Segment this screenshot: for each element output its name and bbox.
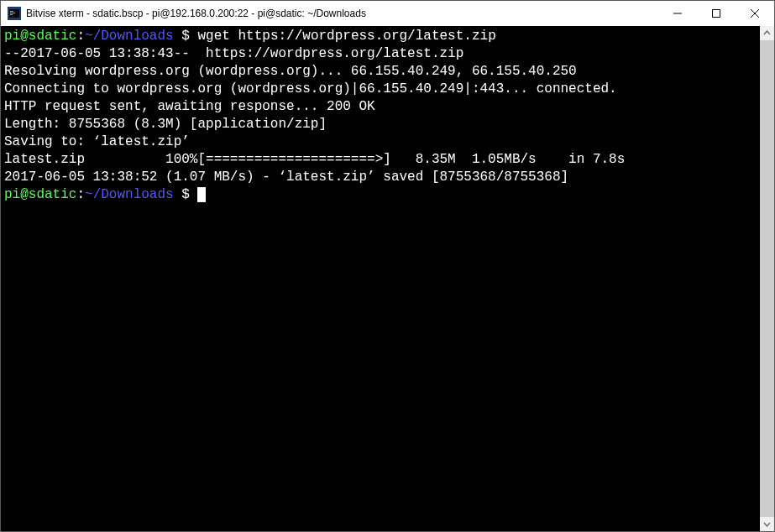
scroll-up-button[interactable]: [760, 26, 774, 40]
terminal-line: Saving to: ‘latest.zip’: [4, 133, 760, 151]
terminal-line: 2017-06-05 13:38:52 (1.07 MB/s) - ‘lates…: [4, 169, 760, 186]
terminal-line: Resolving wordpress.org (wordpress.org).…: [4, 63, 760, 81]
svg-rect-3: [10, 13, 15, 13]
chevron-up-icon: [763, 29, 771, 37]
cursor: [197, 187, 206, 202]
prompt-colon: :: [76, 29, 85, 44]
client-area: pi@sdatic:~/Downloads $ wget https://wor…: [1, 26, 774, 531]
svg-rect-2: [10, 11, 13, 12]
terminal-line: --2017-06-05 13:38:43-- https://wordpres…: [4, 45, 760, 63]
app-window: Bitvise xterm - sdatic.bscp - pi@192.168…: [0, 0, 775, 532]
scroll-thumb[interactable]: [760, 40, 774, 517]
prompt-user-host: pi@sdatic: [4, 187, 76, 202]
close-button[interactable]: [736, 1, 774, 26]
scroll-track[interactable]: [760, 40, 774, 517]
titlebar[interactable]: Bitvise xterm - sdatic.bscp - pi@192.168…: [1, 1, 774, 26]
terminal[interactable]: pi@sdatic:~/Downloads $ wget https://wor…: [1, 26, 760, 531]
prompt-path: ~/Downloads: [85, 187, 174, 202]
prompt-user-host: pi@sdatic: [4, 29, 76, 44]
terminal-progress-line: latest.zip 100%[=====================>] …: [4, 151, 760, 169]
close-icon: [751, 9, 759, 18]
prompt-colon: :: [76, 187, 85, 202]
terminal-line: Length: 8755368 (8.3M) [application/zip]: [4, 116, 760, 133]
minimize-button[interactable]: [658, 1, 697, 26]
window-control-buttons: [658, 1, 774, 26]
app-icon: [8, 7, 21, 20]
prompt-path: ~/Downloads: [85, 29, 174, 44]
command-text: wget https://wordpress.org/latest.zip: [197, 29, 495, 44]
chevron-down-icon: [763, 520, 771, 528]
terminal-line: pi@sdatic:~/Downloads $: [4, 186, 760, 204]
terminal-line: pi@sdatic:~/Downloads $ wget https://wor…: [4, 28, 760, 45]
svg-rect-4: [10, 14, 13, 15]
svg-rect-6: [713, 10, 720, 18]
scroll-down-button[interactable]: [760, 517, 774, 531]
maximize-icon: [712, 9, 720, 18]
vertical-scrollbar[interactable]: [760, 26, 774, 531]
minimize-icon: [673, 9, 682, 18]
prompt-symbol: $: [174, 29, 198, 44]
prompt-symbol: $: [174, 187, 198, 202]
terminal-line: HTTP request sent, awaiting response... …: [4, 98, 760, 116]
terminal-line: Connecting to wordpress.org (wordpress.o…: [4, 81, 760, 98]
maximize-button[interactable]: [697, 1, 736, 26]
window-title: Bitvise xterm - sdatic.bscp - pi@192.168…: [26, 8, 658, 19]
